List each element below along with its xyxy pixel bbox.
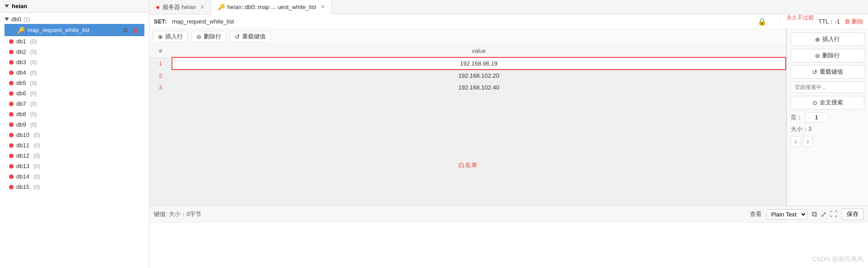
db-item-count: (0) (30, 122, 37, 128)
red-dot-icon (9, 81, 14, 85)
table-scroll[interactable]: # value 1 192.168.96.19 2 192.168.102.20… (149, 45, 786, 125)
value-textarea[interactable] (149, 223, 868, 268)
tab-server[interactable]: ● 服务器 heian ✕ (149, 0, 211, 14)
sidebar-item-db8[interactable]: db8 (0) (0, 109, 149, 119)
delete-row-icon: ⊖ (815, 52, 820, 59)
tab-key-close[interactable]: ✕ (320, 4, 325, 10)
sidebar-item-db6[interactable]: db6 (0) (0, 88, 149, 99)
db-item-label: db15 (16, 183, 29, 190)
db-item-count: (0) (33, 142, 40, 149)
insert-row-button-top[interactable]: ⊕ 插入行 (153, 31, 188, 42)
bottom-icons: ⧉ ⤢ ⛶ (812, 210, 837, 219)
db-item-label: db8 (16, 111, 26, 118)
delete-row-button-top[interactable]: ⊖ 删除行 (191, 31, 226, 42)
plus-icon: ⊕ (158, 33, 163, 40)
red-dot-icon (9, 71, 14, 75)
red-dot-icon (9, 91, 14, 96)
delete-row-top-label: 删除行 (204, 33, 221, 41)
page-row: 页： (791, 112, 864, 122)
tab-bar: ● 服务器 heian ✕ 🔑 heian::db0::map ... uest… (149, 0, 868, 14)
db-item-label: db3 (16, 59, 26, 66)
value-size-label: 键值: 大小：0字节 (154, 210, 745, 218)
size-row: 大小：3 (791, 125, 864, 133)
db-item-label: db13 (16, 163, 29, 169)
top-area: ⊕ 插入行 ⊖ 删除行 ↺ 重载键值 (149, 29, 868, 206)
red-dot-icon (9, 174, 14, 179)
row-value[interactable]: 192.168.102.40 (172, 82, 786, 94)
sidebar-item-db12[interactable]: db12 (0) (0, 150, 149, 161)
full-search-button[interactable]: ⊙ 全文搜索 (791, 96, 864, 109)
tab-key-icon: 🔑 (218, 4, 225, 10)
sidebar-item-db15[interactable]: db15 (0) (0, 182, 149, 192)
red-dot-icon (9, 50, 14, 54)
page-search-input[interactable] (791, 81, 864, 93)
db-item-label: db1 (16, 38, 26, 45)
red-dot-icon (9, 122, 14, 127)
row-value[interactable]: 192.168.102.20 (172, 70, 786, 82)
sidebar-item-db7[interactable]: db7 (0) (0, 99, 149, 109)
db-item-count: (0) (33, 184, 40, 190)
save-button[interactable]: 保存 (842, 208, 863, 220)
page-input[interactable] (805, 112, 828, 122)
search-circle-icon: ⊙ (812, 99, 817, 106)
fullscreen-icon[interactable]: ⛶ (830, 210, 837, 218)
db-item-label: db10 (16, 132, 29, 138)
db-item-label: db7 (16, 100, 26, 107)
db0-label: db0 (11, 16, 21, 23)
insert-row-button[interactable]: ⊕ 插入行 (791, 33, 864, 46)
row-value[interactable]: 192.168.96.19 (172, 57, 786, 70)
db0-expand-icon (5, 18, 9, 21)
delete-key-button[interactable]: 🗑 (131, 26, 140, 34)
row-num: 2 (149, 70, 172, 82)
insert-row-label: 插入行 (822, 35, 840, 43)
tab-key[interactable]: 🔑 heian::db0::map ... uest_white_list ✕ (211, 0, 332, 14)
sidebar-item-db9[interactable]: db9 (0) (0, 119, 149, 130)
delete-key-toolbar-button[interactable]: 🗑 删除 (844, 18, 863, 26)
db-item-label: db6 (16, 90, 26, 97)
sidebar-item-db13[interactable]: db13 (0) (0, 161, 149, 171)
reload-button[interactable]: ↺ 重载键值 (791, 65, 864, 79)
bottom-panel: 键值: 大小：0字节 查看 Plain Text JSON Hex ⧉ ⤢ ⛶ … (149, 206, 868, 268)
main-body: SET: map_request_white_list 🔒 永久不过期 TTL：… (149, 14, 868, 268)
sidebar-item-db3[interactable]: db3 (0) (0, 57, 149, 67)
delete-row-button[interactable]: ⊖ 删除行 (791, 49, 864, 62)
sidebar-item-db10[interactable]: db10 (0) (0, 130, 149, 140)
sidebar-item-db1[interactable]: db1 (0) (0, 36, 149, 47)
sidebar-item-db5[interactable]: db5 (0) (0, 78, 149, 88)
tab-key-label: heian::db0::map ... uest_white_list (227, 4, 316, 10)
format-select[interactable]: Plain Text JSON Hex (766, 209, 807, 220)
prev-page-button[interactable]: ‹ (791, 136, 801, 147)
set-label: SET: (154, 18, 167, 25)
db-item-count: (0) (30, 49, 37, 55)
reload-button-top[interactable]: ↺ 重载键值 (230, 31, 271, 42)
server-dot-icon: ● (156, 3, 160, 11)
table-row[interactable]: 3 192.168.102.40 (149, 82, 786, 94)
table-row[interactable]: 2 192.168.102.20 (149, 70, 786, 82)
copy-icon[interactable]: ⧉ (812, 210, 817, 218)
sidebar-item-db14[interactable]: db14 (0) (0, 171, 149, 182)
db0-header[interactable]: db0 (1) (5, 14, 144, 24)
root-label: heian (12, 3, 27, 9)
sidebar-item-db2[interactable]: db2 (0) (0, 47, 149, 57)
sidebar-root[interactable]: heian (0, 0, 149, 13)
copy-key-button[interactable]: ⧉ (122, 26, 129, 34)
expand-icon-bottom[interactable]: ⤢ (820, 210, 826, 219)
toolbar-row: SET: map_request_white_list 🔒 永久不过期 TTL：… (149, 14, 868, 29)
lock-icon: 🔒 (758, 17, 767, 26)
db0-group: db0 (1) 🔑 map_request_white_list ⧉ 🗑 (0, 13, 149, 36)
db-item-count: (0) (33, 174, 40, 180)
db-item-label: db14 (16, 173, 29, 180)
nav-row: ‹ › (791, 136, 864, 147)
table-row[interactable]: 1 192.168.96.19 (149, 57, 786, 70)
key-item-map-request-white-list[interactable]: 🔑 map_request_white_list ⧉ 🗑 (5, 24, 144, 36)
red-dot-icon (9, 112, 14, 117)
db-item-count: (0) (30, 90, 37, 97)
row-num: 1 (149, 57, 172, 70)
sidebar-item-db4[interactable]: db4 (0) (0, 67, 149, 78)
tab-server-close[interactable]: ✕ (200, 4, 205, 10)
sidebar-item-db11[interactable]: db11 (0) (0, 140, 149, 150)
reload-top-label: 重载键值 (242, 33, 266, 41)
reload-circle-icon: ↺ (812, 69, 817, 75)
db-item-label: db2 (16, 48, 26, 55)
next-page-button[interactable]: › (803, 136, 813, 147)
